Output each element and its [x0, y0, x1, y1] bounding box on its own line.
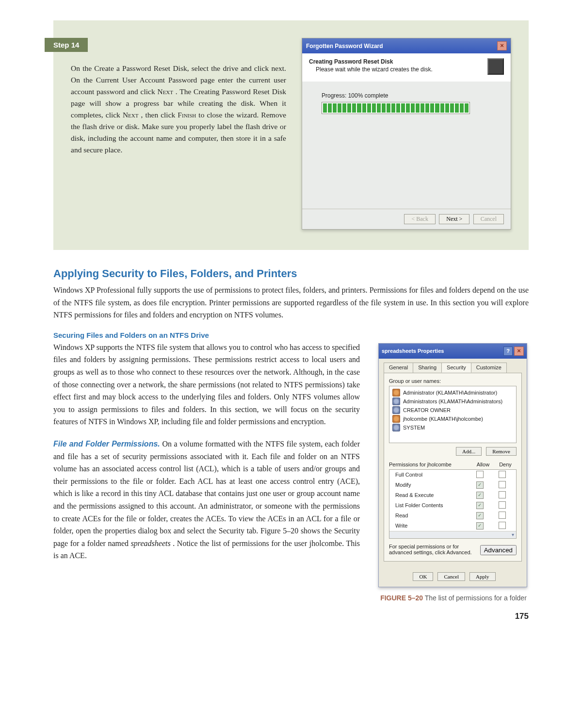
advanced-text: For special permissions or for advanced … [389, 544, 475, 555]
wizard-title: Forgotten Password Wizard [306, 43, 383, 50]
perm-row: Modify ✓ [389, 480, 516, 490]
group-icon [392, 424, 400, 431]
apply-button[interactable]: Apply [469, 572, 496, 581]
cancel-button[interactable]: Cancel [473, 214, 504, 224]
allow-col-label: Allow [472, 462, 494, 467]
deny-checkbox[interactable] [499, 501, 506, 509]
section-intro: Windows XP Professional fully supports t… [53, 284, 529, 321]
figure-caption: FIGURE 5–20 The list of permissions for … [378, 593, 529, 603]
list-item[interactable]: Administrators (KLAMATH\Administrators) [392, 397, 513, 406]
file-folder-permissions-para: File and Folder Permissions. On a volume… [53, 438, 360, 562]
deny-checkbox[interactable] [499, 491, 506, 498]
principal-list[interactable]: Administrator (KLAMATH\Administrator) Ad… [389, 386, 517, 443]
close-icon[interactable]: × [514, 347, 524, 356]
group-icon [392, 406, 400, 414]
ok-button[interactable]: OK [413, 572, 433, 581]
cancel-button[interactable]: Cancel [437, 572, 465, 581]
tabs: General Sharing Security Customize [384, 363, 522, 373]
list-item[interactable]: Administrator (KLAMATH\Administrator) [392, 388, 513, 397]
deny-checkbox[interactable] [499, 471, 506, 478]
progress-bar [322, 102, 470, 114]
help-icon[interactable]: ? [503, 347, 513, 356]
group-user-label: Group or user names: [389, 378, 517, 384]
progress-label: Progress: 100% complete [322, 92, 491, 99]
list-item[interactable]: CREATOR OWNER [392, 406, 513, 414]
tab-customize[interactable]: Customize [471, 363, 507, 373]
wizard-title-bar: Forgotten Password Wizard × [302, 38, 511, 53]
permissions-list: Full Control Modify ✓ Read & Execute [389, 469, 517, 539]
tab-general[interactable]: General [384, 363, 413, 373]
allow-checkbox[interactable] [476, 471, 484, 478]
dialog-button-row: OK Cancel Apply [379, 566, 527, 587]
allow-checkbox[interactable]: ✓ [476, 512, 484, 519]
properties-dialog: spreadsheets Properties ? × General Shar… [378, 343, 527, 587]
step-14-header: Step 14 [45, 38, 88, 52]
subsection-heading: Securing Files and Folders on an NTFS Dr… [53, 331, 529, 339]
allow-checkbox[interactable]: ✓ [476, 492, 484, 499]
section-heading: Applying Security to Files, Folders, and… [53, 267, 529, 280]
subsection-para: Windows XP supports the NTFS file system… [53, 341, 360, 428]
scroll-down-icon[interactable]: ▾ [389, 531, 516, 538]
deny-checkbox[interactable] [499, 481, 506, 488]
remove-button[interactable]: Remove [486, 447, 517, 456]
deny-col-label: Deny [494, 462, 517, 467]
wizard-sub-message: Please wait while the wizard creates the… [316, 66, 484, 73]
deny-checkbox[interactable] [499, 512, 506, 519]
tab-sharing[interactable]: Sharing [413, 363, 442, 373]
step-14-body: On the Create a Password Reset Disk, sel… [71, 63, 286, 156]
close-icon[interactable]: × [497, 41, 507, 50]
list-item[interactable]: jholcombe (KLAMATH\jholcombe) [392, 414, 513, 423]
wizard-sub-title: Creating Password Reset Disk [309, 58, 484, 65]
allow-checkbox[interactable]: ✓ [476, 522, 484, 529]
group-icon [392, 397, 400, 405]
user-icon [392, 415, 400, 423]
perm-row: Read & Execute ✓ [389, 490, 516, 500]
properties-title-bar: spreadsheets Properties ? × [379, 344, 527, 359]
key-icon [487, 58, 504, 75]
back-button[interactable]: < Back [404, 214, 435, 224]
allow-checkbox[interactable]: ✓ [476, 502, 484, 509]
wizard-button-row: < Back Next > Cancel [302, 209, 511, 229]
security-tab-body: Group or user names: Administrator (KLAM… [384, 373, 522, 562]
advanced-button[interactable]: Advanced [480, 545, 517, 555]
tab-security[interactable]: Security [441, 363, 471, 373]
list-item[interactable]: SYSTEM [392, 423, 513, 432]
wizard-header-panel: Creating Password Reset Disk Please wait… [302, 53, 511, 82]
ffp-lead: File and Folder Permissions. [53, 440, 160, 448]
step-14-panel: Step 14 On the Create a Password Reset D… [53, 20, 529, 250]
next-button[interactable]: Next > [439, 214, 469, 224]
permissions-for-label: Permissions for jholcombe [389, 462, 472, 467]
properties-title: spreadsheets Properties [382, 348, 444, 354]
add-button[interactable]: Add... [456, 447, 482, 456]
figure-label: FIGURE 5–20 [380, 594, 423, 602]
perm-row: Full Control [389, 470, 516, 480]
perm-row: Write ✓ [389, 521, 516, 531]
deny-checkbox[interactable] [499, 522, 506, 529]
user-icon [392, 389, 400, 397]
perm-row: Read ✓ [389, 511, 516, 521]
allow-checkbox[interactable]: ✓ [476, 481, 484, 489]
perm-row: List Folder Contents ✓ [389, 500, 516, 511]
forgotten-password-wizard: Forgotten Password Wizard × Creating Pas… [302, 38, 511, 230]
permissions-header: Permissions for jholcombe Allow Deny [389, 462, 517, 467]
page-number: 175 [53, 612, 529, 621]
